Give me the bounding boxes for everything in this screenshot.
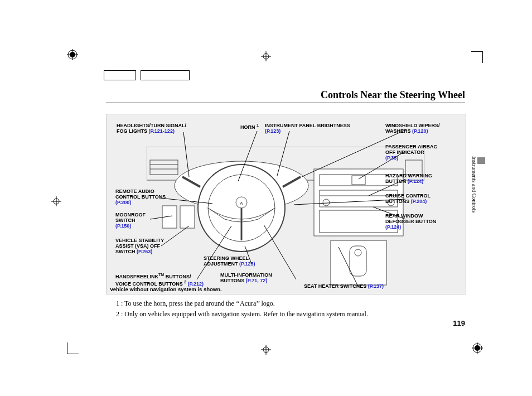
label-handsfreelink: HANDSFREELINKTM BUTTONS/ VOICE CONTROL B… <box>115 273 204 287</box>
svg-line-45 <box>277 131 289 176</box>
svg-line-51 <box>160 198 212 204</box>
svg-line-52 <box>150 216 172 219</box>
svg-line-53 <box>161 226 189 246</box>
label-moonroof: MOONROOF SWITCH (P.150) <box>115 213 146 229</box>
label-multi-info: MULTI-INFORMATION BUTTONS (P.71, 72) <box>220 273 272 284</box>
cropmark-icon <box>471 51 483 63</box>
title-rule <box>106 103 465 103</box>
label-vsa: VEHICLE STABILITY ASSIST (VSA) OFF SWITC… <box>115 238 164 255</box>
label-hazard: HAZARD WARNING BUTTON (P.124) <box>385 173 432 185</box>
label-defogger: REAR WINDOW DEFOGGER BUTTON (P.124) <box>385 214 436 230</box>
label-wipers: WINDSHIELD WIPERS/ WASHERS (P.120) <box>385 123 440 134</box>
label-remote-audio: REMOTE AUDIO CONTROL BUTTONS (P.200) <box>115 189 166 206</box>
crosshair-icon <box>261 345 271 355</box>
label-cruise: CRUISE CONTROL BUTTONS (P.204) <box>385 194 431 205</box>
svg-line-54 <box>197 226 231 279</box>
footnote-1: 1 : To use the horn, press the pad aroun… <box>116 299 368 308</box>
page-number: 119 <box>453 319 465 327</box>
svg-line-44 <box>238 131 257 181</box>
registration-mark-icon <box>472 342 483 354</box>
crosshair-icon <box>51 196 61 206</box>
label-headlights: HEADLIGHTS/TURN SIGNAL/ FOG LIGHTS (P.12… <box>117 123 186 134</box>
section-label: Instruments and Controls <box>470 156 477 213</box>
registration-mark-icon <box>67 49 78 60</box>
footnotes: 1 : To use the horn, press the pad aroun… <box>116 299 368 320</box>
svg-line-43 <box>183 132 189 177</box>
diagram-panel: A <box>106 114 466 294</box>
label-steering-adjust: STEERING WHEEL ADJUSTMENT (P.125) <box>204 256 255 267</box>
page-title: Controls Near the Steering Wheel <box>321 89 465 101</box>
crosshair-icon <box>261 51 271 61</box>
diagram-caption: Vehicle without navigation system is sho… <box>110 286 222 292</box>
label-seat-heater: SEAT HEATER SWITCHES (P.137) <box>304 284 384 289</box>
footnote-2: 2 : Only on vehicles equipped with navig… <box>116 310 368 319</box>
label-airbag-off: PASSENGER AIRBAG OFF INDICATOR (P.33) <box>385 144 438 161</box>
placeholder-boxes <box>104 70 194 83</box>
label-horn: HORN 1 <box>240 123 259 131</box>
svg-line-56 <box>264 225 296 279</box>
label-instrument-brightness: INSTRUMENT PANEL BRIGHTNESS (P.123) <box>265 123 350 134</box>
cropmark-icon <box>67 342 79 354</box>
section-tab <box>477 157 485 164</box>
svg-line-57 <box>338 247 359 287</box>
